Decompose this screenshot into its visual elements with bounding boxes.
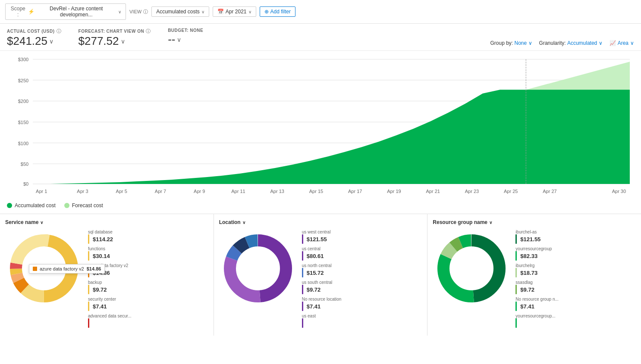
budget-label: BUDGET: NONE — [168, 28, 203, 33]
add-filter-button[interactable]: ⊕ Add filter — [260, 6, 295, 17]
location-donut-container — [219, 230, 297, 308]
svg-text:Apr 13: Apr 13 — [270, 189, 284, 194]
scope-button[interactable]: Scope : ⚡ DevRel - Azure content develop… — [5, 3, 126, 20]
location-legend-list: us west central $121.55 us central $80.6… — [302, 230, 422, 330]
svg-text:Apr 19: Apr 19 — [387, 189, 401, 194]
location-legend-row-5: No resource location $7.41 — [302, 297, 422, 311]
x-axis: Apr 1 Apr 3 Apr 5 Apr 7 Apr 9 Apr 11 Apr… — [36, 189, 626, 194]
svg-text:Apr 17: Apr 17 — [348, 189, 362, 194]
svg-text:Apr 11: Apr 11 — [231, 189, 245, 194]
svg-point-48 — [450, 247, 493, 290]
svg-text:Apr 21: Apr 21 — [426, 189, 440, 194]
tooltip-color — [33, 267, 37, 271]
accumulated-legend-item: Accumulated cost — [7, 202, 56, 208]
budget-chevron: ∨ — [177, 36, 181, 43]
service-name-header[interactable]: Service name ∨ — [5, 219, 208, 225]
svg-text:Apr 25: Apr 25 — [504, 189, 518, 194]
chart-legend: Accumulated cost Forecast cost — [0, 201, 641, 214]
svg-text:$300: $300 — [18, 57, 29, 62]
location-header[interactable]: Location ∨ — [219, 219, 422, 225]
chart-type-chevron: ∨ — [630, 40, 634, 46]
service-donut-container: azure data factory v2 $14.86 — [5, 230, 83, 308]
tooltip-value: $14.86 — [87, 266, 101, 271]
resource-group-legend-row-6: yourresourcegroup... — [515, 314, 636, 328]
location-legend-row-3: us north central $15.72 — [302, 263, 422, 277]
location-legend-row-2: us central $80.61 — [302, 246, 422, 261]
svg-text:Apr 30: Apr 30 — [612, 189, 626, 194]
service-name-panel: Service name ∨ — [0, 214, 214, 336]
location-legend-row-4: us south central $9.72 — [302, 280, 422, 294]
actual-cost-value: $241.25 ∨ — [7, 34, 61, 48]
service-legend-row-6: advanced data secur... — [88, 314, 208, 328]
accumulated-area — [33, 90, 630, 184]
location-donut-chart — [219, 230, 297, 307]
forecast-legend-label: Forecast cost — [72, 202, 103, 208]
bottom-panels: Service name ∨ — [0, 214, 641, 336]
filter-label: Add filter — [270, 9, 291, 15]
resource-group-panel: Resource group name ∨ iburchel-as $12 — [427, 214, 641, 336]
svg-text:Apr 23: Apr 23 — [465, 189, 479, 194]
tooltip-label: azure data factory v2 — [40, 266, 84, 271]
svg-text:$0: $0 — [23, 181, 28, 187]
svg-text:Apr 27: Apr 27 — [543, 189, 556, 194]
date-chevron: ∨ — [248, 9, 251, 14]
chart-type-icon: 📈 — [610, 40, 616, 46]
view-value: Accumulated costs — [156, 9, 200, 15]
service-legend-list: sql database $114.22 functions $30.14 az… — [88, 230, 208, 330]
calendar-icon: 📅 — [217, 9, 224, 15]
location-chevron: ∨ — [242, 220, 245, 225]
location-legend-row-6: us east — [302, 314, 422, 328]
resource-group-header[interactable]: Resource group name ∨ — [433, 219, 636, 225]
resource-group-legend-row-4: ssasdlag $9.72 — [515, 280, 636, 294]
service-legend-row-4: backup $9.72 — [88, 280, 208, 294]
actual-cost-label: ACTUAL COST (USD) — [7, 29, 55, 34]
svg-text:$150: $150 — [18, 120, 29, 125]
granularity-label: Granularity: — [539, 40, 566, 46]
actual-info-icon: ⓘ — [57, 28, 61, 34]
resource-group-legend-row-5: No resource group n... $7.41 — [515, 297, 636, 311]
accumulated-legend-dot — [7, 203, 12, 208]
view-button[interactable]: Accumulated costs ∨ — [151, 6, 209, 17]
resource-group-legend-row-3: iburchelrg $18.73 — [515, 263, 636, 277]
service-legend-row-2: functions $30.14 — [88, 246, 208, 261]
svg-text:Apr 1: Apr 1 — [36, 189, 47, 194]
location-title: Location — [219, 219, 241, 225]
svg-text:$50: $50 — [21, 162, 28, 167]
scope-chevron: ∨ — [118, 9, 121, 14]
service-legend-row-3: azure data factory v2 $14.86 — [88, 263, 208, 277]
budget-metric: BUDGET: NONE -- ∨ — [168, 28, 203, 46]
svg-text:Apr 3: Apr 3 — [77, 189, 88, 194]
actual-cost-metric: ACTUAL COST (USD) ⓘ $241.25 ∨ — [7, 28, 61, 48]
svg-text:$100: $100 — [18, 141, 29, 146]
group-by-select[interactable]: None ∨ — [515, 40, 532, 46]
date-button[interactable]: 📅 Apr 2021 ∨ — [213, 6, 256, 17]
scope-value: DevRel - Azure content developmen... — [36, 6, 116, 18]
svg-text:Apr 9: Apr 9 — [194, 189, 205, 194]
forecast-value: $277.52 ∨ — [79, 34, 151, 48]
group-by-control: Group by: None ∨ — [490, 40, 532, 46]
granularity-select[interactable]: Accumulated ∨ — [567, 40, 603, 46]
forecast-chevron: ∨ — [121, 38, 125, 45]
actual-chevron: ∨ — [49, 38, 53, 45]
svg-point-42 — [236, 247, 280, 290]
forecast-legend-item: Forecast cost — [64, 202, 103, 208]
granularity-control: Granularity: Accumulated ∨ — [539, 40, 603, 46]
resource-group-chevron: ∨ — [489, 220, 492, 225]
forecast-label: FORECAST: CHART VIEW ON — [79, 29, 145, 34]
svg-text:$200: $200 — [18, 99, 29, 104]
service-tooltip: azure data factory v2 $14.86 — [29, 264, 105, 274]
scope-icon: ⚡ — [28, 9, 35, 15]
chart-type-button[interactable]: 📈 Area ∨ — [610, 40, 634, 46]
resource-group-legend-row-2: yourresourcegroup $82.33 — [515, 246, 636, 261]
service-legend-row-1: sql database $114.22 — [88, 230, 208, 244]
view-chevron: ∨ — [201, 9, 204, 14]
forecast-legend-dot — [64, 203, 69, 208]
view-label: VIEW — [129, 9, 141, 14]
forecast-info-icon: ⓘ — [146, 28, 151, 34]
resource-group-legend-row-1: iburchel-as $121.55 — [515, 230, 636, 244]
budget-value: -- ∨ — [168, 33, 203, 46]
main-chart: $300 $250 $200 $150 $100 $50 $0 — [7, 51, 634, 197]
filter-icon: ⊕ — [264, 9, 269, 15]
group-by-label: Group by: — [490, 40, 513, 46]
resource-group-legend-list: iburchel-as $121.55 yourresourcegroup $8… — [515, 230, 636, 330]
